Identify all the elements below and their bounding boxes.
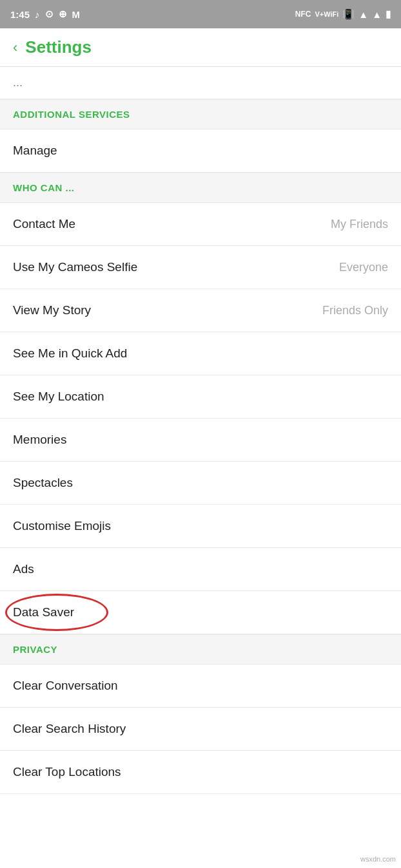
status-left: 1:45 ♪ ⊙ ⊕ M: [10, 8, 80, 20]
setting-label-clear-search-history: Clear Search History: [13, 722, 126, 736]
setting-label-see-me-in-quick-add: See Me in Quick Add: [13, 346, 127, 361]
setting-value-contact-me: My Friends: [331, 218, 388, 231]
setting-label-use-my-cameos-selfie: Use My Cameos Selfie: [13, 260, 137, 274]
vibrate-icon: 📳: [342, 8, 355, 20]
back-button[interactable]: ‹: [13, 39, 17, 56]
page-title: Settings: [25, 37, 92, 57]
instagram-icon: ⊙: [45, 8, 54, 20]
setting-row-clear-search-history[interactable]: Clear Search History: [0, 708, 401, 751]
setting-row-data-saver[interactable]: Data Saver: [0, 591, 401, 634]
header: ‹ Settings: [0, 28, 401, 67]
wifi-calling-icon: V+WiFi: [315, 10, 338, 18]
setting-value-use-my-cameos-selfie: Everyone: [339, 261, 388, 274]
setting-row-clear-top-locations[interactable]: Clear Top Locations: [0, 751, 401, 794]
gmail-icon: M: [72, 9, 81, 20]
setting-label-view-my-story: View My Story: [13, 303, 91, 317]
setting-label-contact-me: Contact Me: [13, 217, 75, 231]
setting-label-customise-emojis: Customise Emojis: [13, 519, 111, 533]
setting-row-manage[interactable]: Manage: [0, 129, 401, 173]
setting-label-see-my-location: See My Location: [13, 390, 104, 404]
nfc-icon: NFC: [295, 10, 311, 19]
setting-row-clear-conversation[interactable]: Clear Conversation: [0, 665, 401, 708]
status-bar: 1:45 ♪ ⊙ ⊕ M NFC V+WiFi 📳 ▲ ▲ ▮: [0, 0, 401, 28]
section-header-privacy: PRIVACY: [0, 634, 401, 665]
setting-row-view-my-story[interactable]: View My Story Friends Only: [0, 289, 401, 332]
setting-label-data-saver: Data Saver: [13, 605, 74, 619]
setting-row-see-me-in-quick-add[interactable]: See Me in Quick Add: [0, 332, 401, 375]
setting-label-clear-top-locations: Clear Top Locations: [13, 765, 121, 779]
setting-row-customise-emojis[interactable]: Customise Emojis: [0, 505, 401, 548]
battery-icon: ▮: [386, 8, 391, 20]
threads-icon: ⊕: [59, 8, 67, 20]
time-label: 1:45: [10, 9, 30, 20]
setting-label-ads: Ads: [13, 562, 34, 576]
music-icon: ♪: [35, 9, 40, 20]
setting-label-clear-conversation: Clear Conversation: [13, 679, 118, 693]
partial-item: ...: [0, 67, 401, 99]
setting-value-view-my-story: Friends Only: [322, 304, 388, 317]
setting-row-spectacles[interactable]: Spectacles: [0, 462, 401, 505]
section-header-who-can: WHO CAN ...: [0, 173, 401, 203]
setting-label-spectacles: Spectacles: [13, 476, 73, 490]
setting-label-manage: Manage: [13, 144, 57, 158]
setting-row-ads[interactable]: Ads: [0, 548, 401, 591]
setting-row-contact-me[interactable]: Contact Me My Friends: [0, 203, 401, 246]
setting-row-use-my-cameos-selfie[interactable]: Use My Cameos Selfie Everyone: [0, 246, 401, 289]
signal-icon: ▲: [372, 9, 382, 20]
section-header-additional-services: ADDITIONAL SERVICES: [0, 99, 401, 129]
status-right: NFC V+WiFi 📳 ▲ ▲ ▮: [295, 8, 391, 20]
setting-label-memories: Memories: [13, 433, 66, 447]
setting-row-memories[interactable]: Memories: [0, 419, 401, 462]
watermark: wsxdn.com: [360, 855, 396, 863]
wifi-icon: ▲: [358, 9, 368, 20]
setting-row-see-my-location[interactable]: See My Location: [0, 375, 401, 419]
